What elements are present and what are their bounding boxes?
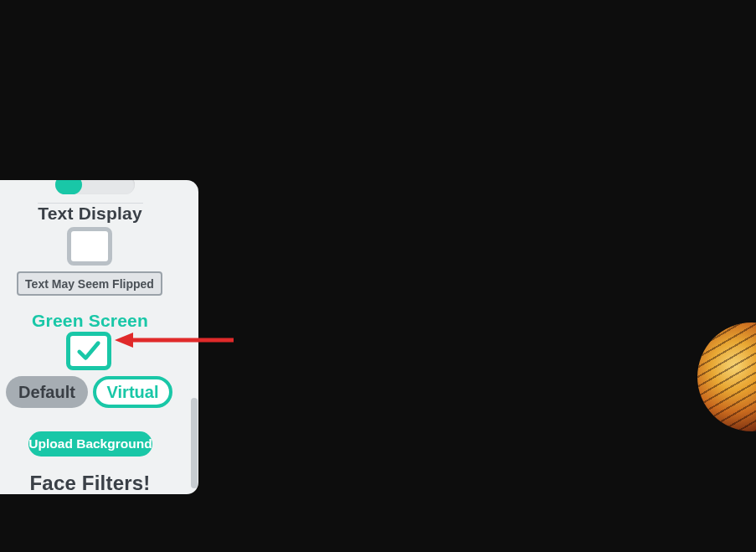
green-screen-heading: Green Screen [0, 311, 180, 331]
text-display-checkbox[interactable] [67, 227, 112, 266]
avatar [697, 322, 756, 431]
settings-panel: Text Display Text May Seem Flipped Green… [0, 180, 198, 494]
flipped-text-hint: Text May Seem Flipped [17, 271, 162, 296]
settings-panel-inner: Text Display Text May Seem Flipped Green… [0, 180, 198, 494]
face-filters-heading: Face Filters! [0, 472, 180, 494]
partial-toggle[interactable] [55, 180, 135, 194]
upload-background-button[interactable]: Upload Background [28, 431, 152, 457]
green-screen-checkbox[interactable] [66, 332, 111, 370]
bg-mode-default-button[interactable]: Default [6, 376, 88, 408]
check-icon [76, 338, 101, 364]
panel-scrollbar[interactable] [191, 398, 198, 488]
text-display-heading: Text Display [0, 204, 180, 224]
bg-mode-virtual-button[interactable]: Virtual [93, 376, 172, 408]
